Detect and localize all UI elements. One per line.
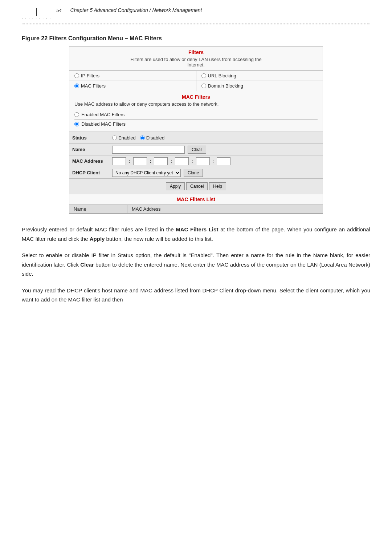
mac-octet-2[interactable] — [133, 157, 147, 165]
status-disabled-radio[interactable] — [140, 135, 145, 140]
bold-mac-filters-list: MAC Filters List — [176, 226, 218, 232]
mac-filters-section-title: MAC Filters — [74, 94, 318, 100]
mac-filter-form: Status Enabled Disabled Name — [69, 131, 323, 194]
chapter-title: Chapter 5 Advanced Configuration / Netwo… — [70, 7, 202, 13]
figure-title-text: Filters Configuration Menu – MAC Filters — [49, 35, 162, 41]
mac-address-value: : : : : : — [109, 156, 323, 167]
mac-filters-section: MAC Filters Use MAC address to allow or … — [69, 91, 323, 131]
url-blocking-radio[interactable] — [201, 73, 206, 78]
mac-octet-5[interactable] — [196, 157, 210, 165]
filters-subtitle: Filters are used to allow or deny LAN us… — [69, 57, 323, 70]
enabled-mac-filters-row[interactable]: Enabled MAC Filters — [74, 110, 318, 119]
filter-type-row1: IP Filters URL Blocking — [69, 70, 323, 81]
cancel-button[interactable]: Cancel — [186, 182, 208, 190]
domain-blocking-option[interactable]: Domain Blocking — [196, 81, 323, 91]
mac-list-name-col: Name — [69, 205, 127, 213]
status-enabled-option[interactable]: Enabled — [112, 135, 136, 141]
apply-button[interactable]: Apply — [166, 182, 185, 190]
dhcp-client-value: No any DHCP Client entry yet Clone — [109, 167, 323, 178]
mac-address-row: MAC Address : : : : : — [69, 155, 323, 167]
domain-blocking-radio[interactable] — [201, 84, 206, 88]
bold-clear: Clear — [80, 262, 94, 268]
page-decoration: · · · · · · · · · — [22, 7, 51, 21]
mac-filters-label: MAC Filters — [81, 83, 106, 89]
ip-filters-label: IP Filters — [81, 73, 99, 78]
enabled-mac-radio[interactable] — [74, 112, 79, 117]
status-label: Status — [69, 134, 109, 142]
mac-octet-4[interactable] — [175, 157, 189, 165]
ip-filters-option[interactable]: IP Filters — [69, 71, 196, 81]
status-enabled-label: Enabled — [118, 135, 136, 141]
mac-filters-option[interactable]: MAC Filters — [69, 81, 196, 91]
body-paragraph-2: Select to enable or disable IP filter in… — [22, 251, 370, 279]
enabled-mac-label: Enabled MAC Filters — [81, 112, 124, 117]
disabled-mac-radio[interactable] — [74, 122, 79, 126]
mac-address-label: MAC Address — [69, 157, 109, 165]
name-value: Clear — [109, 144, 323, 155]
name-label: Name — [69, 145, 109, 154]
status-disabled-label: Disabled — [146, 135, 165, 141]
filters-title: Filters — [69, 46, 323, 57]
figure-title: Figure 22 Filters Configuration Menu – M… — [22, 35, 370, 42]
dhcp-client-label: DHCP Client — [69, 169, 109, 177]
mac-list-addr-col: MAC Address — [127, 205, 323, 213]
domain-blocking-label: Domain Blocking — [208, 83, 244, 89]
status-enabled-radio[interactable] — [112, 135, 117, 140]
filter-configuration-box: Filters Filters are used to allow or den… — [69, 46, 323, 214]
body-paragraph-1: Previously entered or default MAC filter… — [22, 225, 370, 243]
figure-label: Figure 22 — [22, 35, 48, 41]
filter-type-row2: MAC Filters Domain Blocking — [69, 81, 323, 91]
status-radio-group: Enabled Disabled — [112, 135, 164, 141]
url-blocking-label: URL Blocking — [208, 73, 236, 78]
help-button[interactable]: Help — [209, 182, 226, 190]
name-row: Name Clear — [69, 143, 323, 155]
disabled-mac-filters-row[interactable]: Disabled MAC Filters — [74, 119, 318, 129]
dhcp-client-select[interactable]: No any DHCP Client entry yet — [112, 169, 181, 177]
clear-button[interactable]: Clear — [188, 146, 206, 154]
mac-octet-1[interactable] — [112, 157, 126, 165]
mac-octet-6[interactable] — [217, 157, 230, 165]
status-value: Enabled Disabled — [109, 134, 323, 142]
mac-octet-3[interactable] — [154, 157, 168, 165]
disabled-mac-label: Disabled MAC Filters — [81, 121, 126, 127]
action-buttons-row: Apply Cancel Help — [69, 178, 323, 194]
bold-apply: Apply — [90, 236, 105, 242]
clone-button[interactable]: Clone — [184, 169, 203, 177]
page-header: · · · · · · · · · 54 Chapter 5 Advanced … — [22, 7, 370, 21]
mac-filters-desc: Use MAC address to allow or deny compute… — [74, 101, 318, 107]
status-row: Status Enabled Disabled — [69, 132, 323, 143]
page-number: 54 — [56, 8, 61, 13]
name-input[interactable] — [112, 146, 185, 154]
url-blocking-option[interactable]: URL Blocking — [196, 71, 323, 81]
mac-filters-list-title: MAC Filters List — [69, 194, 323, 205]
mac-filters-list-section: MAC Filters List Name MAC Address — [69, 194, 323, 214]
body-paragraph-3: You may read the DHCP client's host name… — [22, 286, 370, 304]
ip-filters-radio[interactable] — [74, 73, 79, 78]
mac-list-header-row: Name MAC Address — [69, 205, 323, 214]
mac-filters-radio[interactable] — [74, 84, 79, 88]
status-disabled-option[interactable]: Disabled — [140, 135, 165, 141]
dhcp-client-row: DHCP Client No any DHCP Client entry yet… — [69, 167, 323, 178]
